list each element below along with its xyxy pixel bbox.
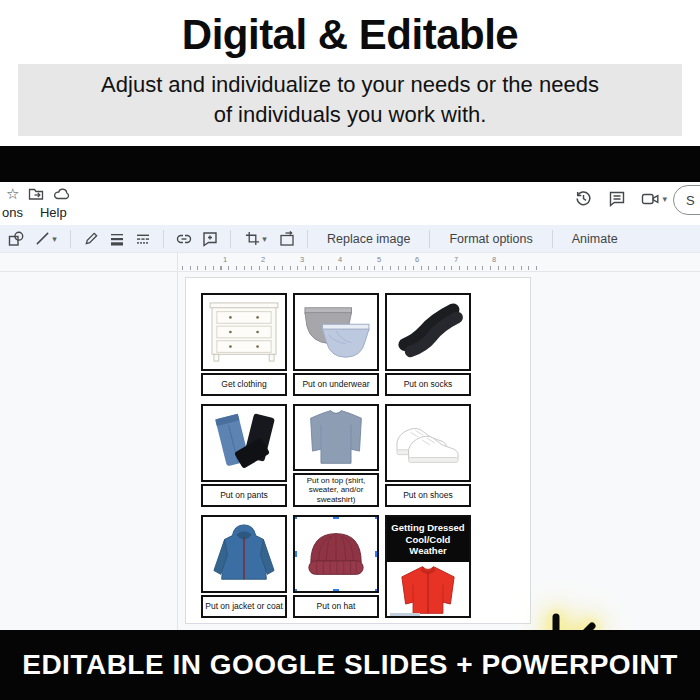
toolbar-divider (429, 230, 430, 248)
subtitle-line-1: Adjust and individualize to your needs o… (101, 70, 599, 100)
resize-handle[interactable] (375, 589, 379, 593)
ruler-tick-label: 3 (300, 255, 304, 264)
slides-toolbar: ▾ (0, 225, 700, 253)
schedule-card-top[interactable]: Put on top (shirt, sweater, and/or sweat… (293, 404, 379, 507)
menu-item-extensions-partial[interactable]: ons (0, 205, 25, 220)
ruler-tick-label: 8 (492, 255, 496, 264)
replace-image-button[interactable]: Replace image (319, 229, 418, 249)
footer-text: EDITABLE IN GOOGLE SLIDES + POWERPOINT (22, 649, 678, 681)
card-label[interactable]: Put on pants (201, 484, 287, 507)
schedule-card-pants[interactable]: Put on pants (201, 404, 287, 507)
doc-quick-actions: ☆ (6, 186, 70, 202)
move-folder-icon[interactable] (28, 186, 44, 202)
resize-handle[interactable] (293, 515, 297, 519)
promo-graphic: Digital & Editable Adjust and individual… (0, 0, 700, 700)
promo-header: Digital & Editable Adjust and individual… (0, 0, 700, 146)
card-label[interactable]: Put on socks (385, 373, 471, 396)
toolbar-divider (307, 230, 308, 248)
resize-handle[interactable] (293, 589, 297, 593)
share-button[interactable]: S (673, 185, 700, 215)
jacket-image[interactable] (201, 515, 287, 593)
schedule-title-card[interactable]: Getting Dressed Cool/Cold Weather (385, 515, 471, 618)
format-options-button[interactable]: Format options (441, 229, 540, 249)
toolbar-divider (70, 230, 71, 248)
resize-handle[interactable] (333, 515, 339, 519)
version-history-icon[interactable] (574, 189, 593, 208)
fleece-image[interactable] (387, 562, 469, 618)
toolbar-divider (552, 230, 553, 248)
slides-header: ☆ ons Help (0, 182, 700, 225)
crop-image-icon[interactable]: ▾ (242, 230, 270, 248)
resize-handle[interactable] (293, 551, 297, 557)
hat-image[interactable] (293, 515, 379, 593)
cloud-status-icon[interactable] (53, 186, 70, 202)
comment-history-icon[interactable] (608, 190, 626, 208)
page-title: Digital & Editable (0, 0, 700, 60)
socks-image[interactable] (385, 293, 471, 371)
share-button-label: S (686, 193, 695, 208)
scribble-pen-icon[interactable] (82, 230, 100, 248)
ruler-baseline (0, 271, 700, 272)
click-cursor-graphic (515, 609, 665, 630)
header-actions: ▾ (574, 189, 667, 208)
star-icon[interactable]: ☆ (6, 186, 19, 202)
schedule-card-hat[interactable]: Put on hat (293, 515, 379, 618)
schedule-title-line-1: Getting Dressed (387, 522, 469, 534)
card-label[interactable]: Put on underwear (293, 373, 379, 396)
schedule-card-shoes[interactable]: Put on shoes (385, 404, 471, 507)
ruler-tick-label: 4 (338, 255, 342, 264)
border-weight-icon[interactable] (108, 230, 126, 248)
insert-link-icon[interactable] (175, 230, 193, 248)
reset-image-icon[interactable] (278, 230, 296, 248)
menu-item-help[interactable]: Help (38, 205, 69, 220)
google-slides-window: ☆ ons Help (0, 182, 700, 630)
image-selection-box (293, 515, 379, 593)
ruler-tick-label: 1 (223, 255, 227, 264)
shape-tool-icon[interactable] (7, 230, 25, 248)
ruler-tick-label: 2 (261, 255, 265, 264)
subtitle-line-2: of individuals you work with. (214, 100, 487, 130)
animate-button[interactable]: Animate (564, 229, 626, 249)
chevron-down-icon[interactable]: ▾ (262, 234, 267, 244)
ruler-tick-label: 7 (454, 255, 458, 264)
credit-watermark (390, 613, 420, 616)
resize-handle[interactable] (375, 551, 379, 557)
toolbar-divider (230, 230, 231, 248)
shoes-image[interactable] (385, 404, 471, 482)
shirt-image[interactable] (293, 404, 379, 471)
pants-image[interactable] (201, 404, 287, 482)
card-label[interactable]: Put on jacket or coat (201, 595, 287, 618)
card-label[interactable]: Put on shoes (385, 484, 471, 507)
card-label[interactable]: Get clothing (201, 373, 287, 396)
horizontal-ruler: 1 2 3 4 5 6 7 8 (182, 255, 542, 270)
underwear-image[interactable] (293, 293, 379, 371)
schedule-card-socks[interactable]: Put on socks (385, 293, 471, 396)
filmstrip-divider (177, 253, 178, 630)
schedule-card-get-clothing[interactable]: Get clothing (201, 293, 287, 396)
chevron-down-icon[interactable]: ▾ (52, 234, 57, 244)
promo-footer: EDITABLE IN GOOGLE SLIDES + POWERPOINT (0, 630, 700, 700)
schedule-card-underwear[interactable]: Put on underwear (293, 293, 379, 396)
card-label[interactable]: Put on hat (293, 595, 379, 618)
slide-canvas-area: 1 2 3 4 5 6 7 8 (0, 253, 700, 630)
border-dash-icon[interactable] (134, 230, 152, 248)
card-label[interactable]: Put on top (shirt, sweater, and/or sweat… (293, 473, 379, 508)
menu-bar: ons Help (0, 205, 69, 220)
resize-handle[interactable] (375, 515, 379, 519)
schedule-title-line-2: Cool/Cold Weather (387, 534, 469, 557)
slide-page[interactable]: Get clothing (185, 277, 531, 624)
meet-call-control[interactable]: ▾ (641, 190, 667, 208)
visual-schedule-grid: Get clothing (201, 293, 471, 618)
toolbar-divider (163, 230, 164, 248)
resize-handle[interactable] (333, 589, 339, 593)
dresser-image[interactable] (201, 293, 287, 371)
subtitle-box: Adjust and individualize to your needs o… (18, 64, 682, 136)
add-comment-icon[interactable] (201, 230, 219, 248)
line-tool-icon[interactable]: ▾ (33, 230, 59, 248)
top-divider-bar (0, 146, 700, 182)
schedule-card-jacket[interactable]: Put on jacket or coat (201, 515, 287, 618)
ruler-tick-label: 5 (377, 255, 381, 264)
ruler-tick-label: 6 (415, 255, 419, 264)
schedule-title-header[interactable]: Getting Dressed Cool/Cold Weather (387, 517, 469, 562)
chevron-down-icon[interactable]: ▾ (662, 194, 667, 204)
